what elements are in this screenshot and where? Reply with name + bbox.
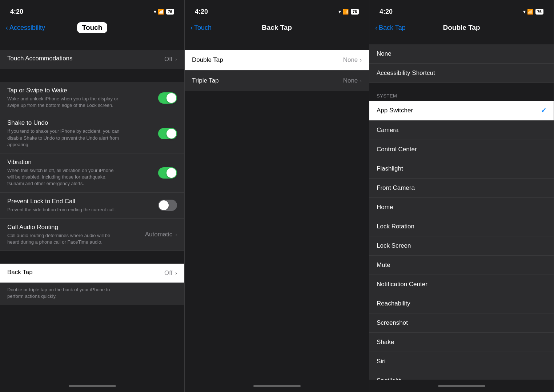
option-front-camera[interactable]: Front Camera xyxy=(369,179,554,198)
option-accessibility-label: Accessibility Shortcut xyxy=(377,69,435,77)
shake-undo-toggle[interactable] xyxy=(158,128,177,139)
back-label-1[interactable]: Accessibility xyxy=(9,24,45,32)
wifi-icon-1: ▾ 📶 xyxy=(154,9,164,15)
triple-tap-item[interactable]: Triple Tap None › xyxy=(185,71,369,91)
page-title-1: Touch xyxy=(77,22,108,33)
prevent-lock-item[interactable]: Prevent Lock to End Call Prevent the sid… xyxy=(0,193,184,219)
option-shake-label: Shake xyxy=(377,339,394,346)
back-button-1[interactable]: ‹ Accessibility xyxy=(6,24,45,32)
call-audio-value: Automatic xyxy=(145,231,173,238)
list-gap-top-1 xyxy=(0,37,184,50)
option-reachability-label: Reachability xyxy=(377,300,410,307)
option-spotlight-label: Spotlight xyxy=(377,377,401,380)
call-audio-left: Call Audio Routing Call audio routing de… xyxy=(7,224,145,245)
vibration-desc: When this switch is off, all vibration o… xyxy=(7,167,120,187)
option-none[interactable]: None xyxy=(369,44,554,64)
back-tap-value: Off xyxy=(164,269,172,277)
back-label-2[interactable]: Touch xyxy=(194,24,212,32)
home-bar-3 xyxy=(438,385,485,387)
touch-panel: 4:20 ▾ 📶 76 ‹ Accessibility Touch Touch … xyxy=(0,0,185,392)
back-label-3[interactable]: Back Tap xyxy=(379,24,406,32)
vibration-title: Vibration xyxy=(7,159,158,166)
back-tap-title: Back Tap xyxy=(7,269,164,276)
status-icons-2: ▾ 📶 76 xyxy=(338,9,359,15)
option-siri[interactable]: Siri xyxy=(369,352,554,371)
option-notification-center[interactable]: Notification Center xyxy=(369,275,554,294)
vibration-toggle[interactable] xyxy=(158,167,177,179)
double-tap-label: Double Tap xyxy=(192,56,223,64)
list-gap-3 xyxy=(0,251,184,264)
double-tap-list: None Accessibility Shortcut SYSTEM App S… xyxy=(369,37,554,380)
triple-tap-value-row: None › xyxy=(343,77,362,84)
option-home[interactable]: Home xyxy=(369,198,554,217)
option-siri-label: Siri xyxy=(377,358,386,365)
option-flashlight-label: Flashlight xyxy=(377,165,403,172)
option-camera[interactable]: Camera xyxy=(369,121,554,140)
back-tap-list: Double Tap None › Triple Tap None › xyxy=(185,37,369,380)
tap-swipe-left: Tap or Swipe to Wake Wake and unlock iPh… xyxy=(7,87,158,109)
option-camera-label: Camera xyxy=(377,127,398,134)
tap-swipe-toggle[interactable] xyxy=(158,92,177,104)
battery-badge-1: 76 xyxy=(166,9,174,15)
chevron-icon-back-tap: › xyxy=(175,270,177,276)
back-button-2[interactable]: ‹ Touch xyxy=(190,24,212,32)
call-audio-right: Automatic › xyxy=(145,231,177,238)
double-tap-item[interactable]: Double Tap None › xyxy=(185,50,369,71)
vibration-item[interactable]: Vibration When this switch is off, all v… xyxy=(0,153,184,193)
option-shake[interactable]: Shake xyxy=(369,333,554,352)
chevron-icon-touch-acc: › xyxy=(175,56,177,62)
double-tap-value: None xyxy=(343,56,358,64)
option-reachability[interactable]: Reachability xyxy=(369,294,554,313)
call-audio-desc: Call audio routing determines where audi… xyxy=(7,232,120,245)
back-tap-desc-row: Double or triple tap on the back of your… xyxy=(0,283,184,305)
option-lock-screen[interactable]: Lock Screen xyxy=(369,236,554,256)
wifi-icon-2: ▾ 📶 xyxy=(338,9,349,15)
tap-swipe-wake-item[interactable]: Tap or Swipe to Wake Wake and unlock iPh… xyxy=(0,82,184,114)
shake-undo-item[interactable]: Shake to Undo If you tend to shake your … xyxy=(0,114,184,153)
touch-accommodations-item[interactable]: Touch Accommodations Off › xyxy=(0,50,184,69)
back-tap-gap xyxy=(185,37,369,50)
option-home-label: Home xyxy=(377,204,393,211)
page-title-2: Back Tap xyxy=(262,24,292,32)
prevent-lock-right xyxy=(158,200,177,211)
status-icons-1: ▾ 📶 76 xyxy=(154,9,174,15)
touch-accommodations-left: Touch Accommodations xyxy=(7,55,164,64)
double-tap-value-row: None › xyxy=(343,56,362,64)
option-flashlight[interactable]: Flashlight xyxy=(369,159,554,179)
shake-undo-desc: If you tend to shake your iPhone by acci… xyxy=(7,128,120,148)
status-bar-2: 4:20 ▾ 📶 76 xyxy=(185,0,369,18)
chevron-left-icon-1: ‹ xyxy=(6,24,8,32)
prevent-lock-toggle[interactable] xyxy=(158,200,177,211)
home-indicator-2 xyxy=(185,380,369,392)
checkmark-icon-app-switcher: ✓ xyxy=(541,107,546,115)
call-audio-item[interactable]: Call Audio Routing Call audio routing de… xyxy=(0,219,184,251)
touch-accommodations-value: Off xyxy=(164,56,172,63)
battery-badge-3: 76 xyxy=(535,9,543,15)
option-lock-rotation[interactable]: Lock Rotation xyxy=(369,217,554,236)
home-bar-2 xyxy=(253,385,301,387)
option-accessibility-shortcut[interactable]: Accessibility Shortcut xyxy=(369,64,554,83)
option-lock-screen-label: Lock Screen xyxy=(377,242,411,249)
list-gap-2 xyxy=(0,69,184,82)
chevron-icon-triple-tap: › xyxy=(360,78,362,84)
option-mute[interactable]: Mute xyxy=(369,256,554,275)
back-tap-left: Back Tap xyxy=(7,269,164,277)
system-section-header: SYSTEM xyxy=(369,90,554,101)
option-mute-label: Mute xyxy=(377,261,390,269)
option-spotlight[interactable]: Spotlight xyxy=(369,371,554,380)
vibration-right xyxy=(158,167,177,179)
option-screenshot[interactable]: Screenshot xyxy=(369,313,554,333)
battery-badge-2: 76 xyxy=(351,9,359,15)
back-tap-item[interactable]: Back Tap Off › xyxy=(0,264,184,283)
vibration-left: Vibration When this switch is off, all v… xyxy=(7,159,158,187)
option-screenshot-label: Screenshot xyxy=(377,319,408,327)
status-time-1: 4:20 xyxy=(10,8,23,16)
back-button-3[interactable]: ‹ Back Tap xyxy=(375,24,406,32)
tap-swipe-title: Tap or Swipe to Wake xyxy=(7,87,158,94)
option-app-switcher[interactable]: App Switcher ✓ xyxy=(369,101,554,121)
double-tap-gap xyxy=(369,37,554,44)
shake-undo-title: Shake to Undo xyxy=(7,119,158,127)
settings-list-1: Touch Accommodations Off › Tap or Swipe … xyxy=(0,37,184,380)
chevron-left-icon-2: ‹ xyxy=(190,24,193,32)
option-control-center[interactable]: Control Center xyxy=(369,140,554,159)
